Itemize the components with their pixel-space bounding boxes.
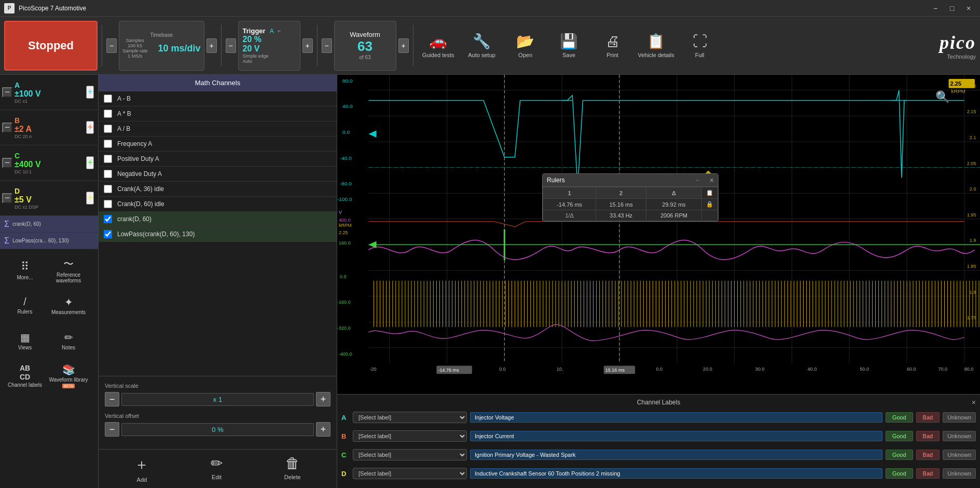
- math-item-5[interactable]: Negative Duty A: [99, 167, 337, 182]
- edit-math-button[interactable]: ✏ Edit: [211, 455, 223, 483]
- math-item-4[interactable]: Positive Duty A: [99, 152, 337, 167]
- math-item-9-checkbox[interactable]: [104, 230, 112, 238]
- svg-rect-0: [337, 75, 980, 394]
- vehicle-details-button[interactable]: 📋 Vehicle details: [636, 21, 677, 71]
- measurements-button[interactable]: ✦ Measurements: [48, 289, 89, 322]
- sidebar: − A ±100 V DC x1 + − B ±2 A DC 20 A +: [0, 75, 99, 488]
- guided-tests-button[interactable]: 🚗 Guided tests: [418, 21, 459, 71]
- minimize-button[interactable]: −: [928, 2, 943, 15]
- stop-button[interactable]: Stopped: [4, 21, 98, 71]
- math-item-1-checkbox[interactable]: [104, 110, 112, 118]
- channel-b-add[interactable]: +: [86, 121, 94, 134]
- cl-close[interactable]: ×: [972, 398, 976, 406]
- rulers-minimize[interactable]: −: [696, 177, 699, 184]
- vertical-scale-minus[interactable]: −: [105, 392, 119, 406]
- math-item-7-checkbox[interactable]: [104, 200, 112, 208]
- channel-a-minus[interactable]: −: [2, 87, 12, 98]
- rulers-lock[interactable]: 🔒: [702, 199, 718, 210]
- channel-a-add[interactable]: +: [86, 86, 94, 99]
- cl-bad-d[interactable]: Bad: [916, 468, 940, 479]
- math-item-6-checkbox[interactable]: [104, 185, 112, 193]
- rulers-row2-2: 2006 RPM: [646, 210, 701, 221]
- channel-b-info: B ±2 A DC 20 A: [15, 116, 86, 139]
- trigger-minus-button[interactable]: −: [226, 38, 236, 53]
- cl-bad-b[interactable]: Bad: [916, 431, 940, 441]
- cl-unknown-c[interactable]: Unknown: [943, 450, 976, 460]
- math-item-8[interactable]: crank(D, 60): [99, 212, 337, 227]
- cl-select-a[interactable]: [Select label]: [353, 412, 467, 423]
- timebase-plus-button[interactable]: +: [206, 38, 217, 53]
- cl-good-d[interactable]: Good: [886, 468, 913, 479]
- views-button[interactable]: ▦ Views: [4, 324, 46, 357]
- vertical-offset-minus[interactable]: −: [105, 422, 119, 437]
- math-lowpass-row[interactable]: Σ LowPass(cra... 60), 130): [0, 233, 98, 249]
- cl-text-b[interactable]: [470, 431, 882, 441]
- save-button[interactable]: 💾 Save: [548, 21, 590, 71]
- math-item-2-label: A / B: [117, 125, 130, 132]
- channel-d-minus[interactable]: −: [2, 193, 12, 204]
- cl-unknown-b[interactable]: Unknown: [943, 431, 976, 441]
- svg-text:70.0: 70.0: [938, 367, 947, 372]
- open-icon: 📂: [516, 33, 534, 50]
- notes-button[interactable]: ✏ Notes: [48, 324, 89, 357]
- cl-text-d[interactable]: [470, 468, 882, 479]
- cl-bad-a[interactable]: Bad: [916, 412, 940, 423]
- close-button[interactable]: ×: [961, 2, 976, 15]
- channel-c-add[interactable]: +: [86, 156, 94, 169]
- channel-labels-panel: Channel Labels × A [Select label] Good B…: [337, 394, 980, 488]
- svg-text:-100.0: -100.0: [337, 196, 352, 202]
- delete-math-button[interactable]: 🗑 Delete: [284, 455, 301, 483]
- math-item-4-checkbox[interactable]: [104, 155, 112, 163]
- math-item-2-checkbox[interactable]: [104, 125, 112, 133]
- cl-unknown-a[interactable]: Unknown: [943, 412, 976, 423]
- channel-labels-button[interactable]: ABCD Channel labels: [4, 359, 46, 392]
- vertical-scale-plus[interactable]: +: [316, 392, 330, 406]
- channel-b-minus[interactable]: −: [2, 123, 12, 133]
- channel-d-detail: DC x1 DSP: [15, 205, 86, 210]
- channel-c-minus[interactable]: −: [2, 158, 12, 168]
- math-item-3[interactable]: Frequency A: [99, 137, 337, 152]
- cl-select-c[interactable]: [Select label]: [353, 449, 467, 460]
- cl-good-a[interactable]: Good: [886, 412, 913, 423]
- cl-bad-c[interactable]: Bad: [916, 450, 940, 460]
- full-button[interactable]: ⛶ Full: [679, 21, 721, 71]
- cl-good-c[interactable]: Good: [886, 450, 913, 460]
- waveform-library-button[interactable]: 📚 Waveform library BETA: [48, 359, 89, 392]
- toolbar-separator-1: [102, 25, 102, 66]
- more-button[interactable]: ⠿ More...: [4, 253, 46, 287]
- reference-waveforms-button[interactable]: 〜 Reference waveforms: [48, 253, 89, 287]
- print-button[interactable]: 🖨 Print: [592, 21, 633, 71]
- waveform-minus-button[interactable]: −: [322, 38, 332, 53]
- math-item-6[interactable]: Crank(A, 36) idle: [99, 182, 337, 197]
- math-item-5-checkbox[interactable]: [104, 170, 112, 178]
- cl-select-d[interactable]: [Select label]: [353, 468, 467, 479]
- math-item-9[interactable]: LowPass(crank(D, 60), 130): [99, 227, 337, 242]
- maximize-button[interactable]: □: [945, 2, 959, 15]
- trigger-symbol: ⌐: [278, 28, 281, 34]
- timebase-minus-button[interactable]: −: [106, 38, 117, 53]
- rulers-close[interactable]: ×: [710, 176, 714, 184]
- math-item-2[interactable]: A / B: [99, 121, 337, 137]
- waveform-plus-button[interactable]: +: [398, 38, 409, 53]
- math-item-3-checkbox[interactable]: [104, 140, 112, 148]
- add-math-button[interactable]: ＋ Add: [134, 455, 149, 483]
- rulers-copy[interactable]: 📋: [702, 187, 718, 199]
- math-item-7[interactable]: Crank(D, 60) idle: [99, 197, 337, 212]
- oscilloscope-chart: 80.0 40.0 0.0 -40.0 -80.0 -100.0 V 400.0…: [337, 75, 980, 394]
- math-item-8-checkbox[interactable]: [104, 215, 112, 223]
- channel-d-add[interactable]: +: [86, 192, 94, 205]
- cl-select-b[interactable]: [Select label]: [353, 430, 467, 442]
- math-item-1[interactable]: A * B: [99, 106, 337, 121]
- cl-good-b[interactable]: Good: [886, 431, 913, 441]
- auto-setup-button[interactable]: 🔧 Auto setup: [461, 21, 503, 71]
- math-item-0-checkbox[interactable]: [104, 94, 112, 103]
- vertical-offset-plus[interactable]: +: [316, 422, 330, 437]
- cl-text-a[interactable]: [470, 412, 882, 423]
- cl-text-c[interactable]: [470, 450, 882, 460]
- math-crank-row[interactable]: Σ crank(D, 60): [0, 216, 98, 233]
- cl-unknown-d[interactable]: Unknown: [943, 468, 976, 479]
- math-item-0[interactable]: A - B: [99, 91, 337, 106]
- trigger-plus-button[interactable]: +: [302, 38, 313, 53]
- rulers-button[interactable]: / Rulers: [4, 289, 46, 322]
- open-button[interactable]: 📂 Open: [505, 21, 546, 71]
